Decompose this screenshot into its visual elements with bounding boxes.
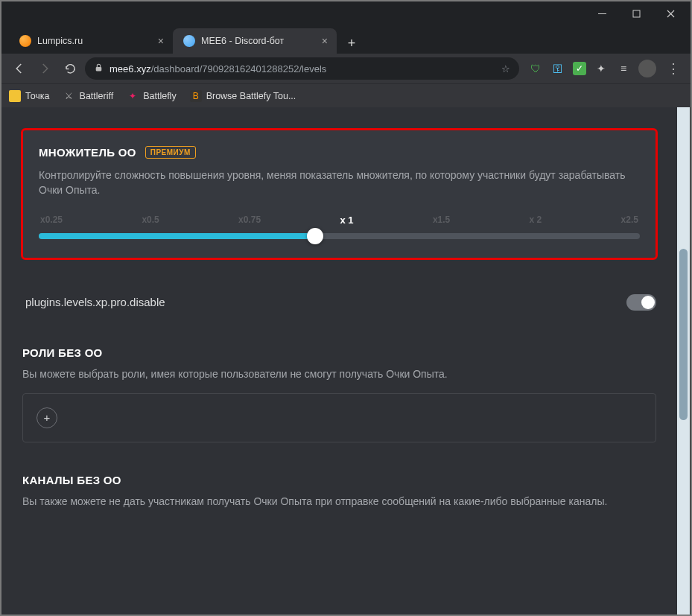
roles-description: Вы можете выбрать роли, имея которые пол… (22, 366, 656, 381)
scrollbar-track[interactable] (677, 107, 690, 615)
bookmark-icon: ✦ (127, 90, 139, 102)
slider-label: x0.75 (238, 215, 261, 226)
slider-label: x1.5 (433, 215, 450, 226)
key-icon[interactable]: ⚿ (550, 61, 565, 76)
xp-disable-row: plugins.levels.xp.pro.disable (22, 293, 656, 312)
check-icon[interactable]: ✓ (573, 62, 586, 75)
slider-label: x 2 (530, 215, 542, 226)
viewport: МНОЖИТЕЛЬ ОО ПРЕМИУМ Контролируйте сложн… (1, 107, 691, 615)
address-bar[interactable]: mee6.xyz/dashboard/790928162401288252/le… (85, 57, 519, 80)
slider-thumb[interactable] (307, 228, 323, 244)
channels-description: Вы также можете не дать участникам получ… (22, 494, 656, 509)
bookmark-star-icon[interactable]: ☆ (501, 63, 510, 74)
bookmark-label: Battlefly (143, 91, 176, 101)
tab-title: MEE6 - Discord-бот (201, 36, 284, 46)
multiplier-title: МНОЖИТЕЛЬ ОО (39, 146, 136, 159)
channels-title: КАНАЛЫ БЕЗ ОО (22, 474, 656, 486)
channels-no-xp-section: КАНАЛЫ БЕЗ ОО Вы также можете не дать уч… (22, 474, 656, 509)
slider-label: x0.5 (142, 215, 159, 226)
window-close-button[interactable] (653, 1, 688, 25)
bookmarks-bar: Точка ⚔Battleriff ✦Battlefly BBrowse Bat… (1, 83, 691, 107)
roles-add-box: + (22, 393, 656, 442)
slider-labels: x0.25 x0.5 x0.75 x 1 x1.5 x 2 x2.5 (39, 215, 640, 226)
forward-button[interactable] (34, 58, 55, 79)
tab-mee6[interactable]: MEE6 - Discord-бот × (173, 28, 337, 54)
xp-multiplier-slider[interactable]: x0.25 x0.5 x0.75 x 1 x1.5 x 2 x2.5 (39, 215, 640, 239)
tab-lumpics[interactable]: Lumpics.ru × (9, 28, 173, 54)
browser-window: Lumpics.ru × MEE6 - Discord-бот × + mee6… (0, 0, 692, 616)
roles-title: РОЛИ БЕЗ ОО (22, 346, 656, 359)
url-text: mee6.xyz/dashboard/790928162401288252/le… (109, 63, 326, 74)
reading-list-icon[interactable]: ≡ (616, 61, 631, 76)
extension-icons: 🛡 ⚿ ✓ ✦ ≡ ⋮ (524, 60, 683, 77)
window-minimize-button[interactable] (585, 1, 619, 25)
tab-strip: Lumpics.ru × MEE6 - Discord-бот × + (1, 25, 691, 54)
premium-badge: ПРЕМИУМ (145, 146, 196, 159)
window-maximize-button[interactable] (619, 1, 653, 25)
multiplier-description: Контролируйте сложность повышения уровня… (39, 168, 640, 198)
bookmark-tochka[interactable]: Точка (9, 90, 50, 102)
window-titlebar (1, 1, 691, 25)
bookmark-label: Browse Battlefy Tou... (206, 91, 296, 101)
menu-icon[interactable]: ⋮ (664, 60, 683, 77)
bookmark-icon: ⚔ (63, 90, 75, 102)
new-tab-button[interactable]: + (341, 33, 362, 54)
bookmark-label: Battleriff (80, 91, 114, 101)
page-content: МНОЖИТЕЛЬ ОО ПРЕМИУМ Контролируйте сложн… (1, 107, 677, 615)
scrollbar-thumb[interactable] (679, 249, 688, 420)
lock-icon (94, 63, 104, 74)
slider-label: x2.5 (621, 215, 638, 226)
bookmark-icon (9, 90, 21, 102)
bookmark-battleriff[interactable]: ⚔Battleriff (63, 90, 114, 102)
toolbar: mee6.xyz/dashboard/790928162401288252/le… (1, 54, 691, 83)
bookmark-battlefly[interactable]: ✦Battlefly (127, 90, 176, 102)
slider-track[interactable] (39, 233, 640, 239)
card-title-row: МНОЖИТЕЛЬ ОО ПРЕМИУМ (39, 146, 640, 159)
back-button[interactable] (9, 58, 30, 79)
toggle-label: plugins.levels.xp.pro.disable (25, 296, 165, 308)
close-icon[interactable]: × (158, 35, 164, 47)
favicon-icon (19, 35, 31, 47)
close-icon[interactable]: × (322, 35, 328, 47)
slider-fill (39, 233, 315, 239)
slider-label: x0.25 (40, 215, 63, 226)
bookmark-battlefy[interactable]: BBrowse Battlefy Tou... (190, 90, 296, 102)
profile-avatar[interactable] (638, 60, 656, 77)
roles-no-xp-section: РОЛИ БЕЗ ОО Вы можете выбрать роли, имея… (22, 346, 656, 442)
shield-icon[interactable]: 🛡 (528, 61, 543, 76)
xp-disable-toggle[interactable] (626, 294, 656, 311)
reload-button[interactable] (60, 58, 80, 79)
svg-rect-0 (633, 10, 640, 17)
toggle-knob (641, 296, 655, 309)
add-role-button[interactable]: + (36, 407, 57, 428)
multiplier-card: МНОЖИТЕЛЬ ОО ПРЕМИУМ Контролируйте сложн… (22, 130, 656, 258)
extensions-icon[interactable]: ✦ (594, 61, 609, 76)
bookmark-label: Точка (25, 91, 50, 101)
svg-rect-1 (96, 67, 102, 71)
slider-label-active: x 1 (340, 215, 353, 226)
favicon-icon (183, 35, 195, 47)
bookmark-icon: B (190, 90, 202, 102)
tab-title: Lumpics.ru (37, 36, 83, 46)
